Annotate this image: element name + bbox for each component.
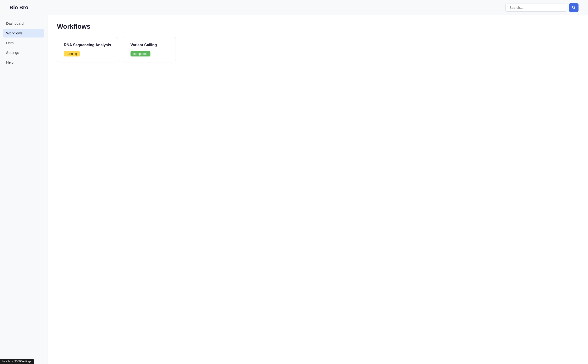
search-icon: [572, 6, 576, 9]
sidebar-item-settings[interactable]: Settings: [3, 48, 44, 57]
sidebar-item-workflows[interactable]: Workflows: [3, 29, 44, 38]
status-badge-rna: running: [64, 51, 80, 57]
workflow-name-variant: Variant Calling: [130, 43, 169, 47]
status-badge-variant: completed: [130, 51, 150, 57]
sidebar-item-dashboard[interactable]: Dashboard: [3, 19, 44, 28]
app-header: Bio Bro: [0, 0, 588, 15]
workflow-name-rna: RNA Sequencing Analysis: [64, 43, 111, 47]
workflow-grid: RNA Sequencing Analysis running Variant …: [57, 37, 579, 62]
svg-line-1: [574, 8, 575, 9]
main-content: Workflows RNA Sequencing Analysis runnin…: [47, 15, 588, 364]
sidebar: Dashboard Workflows Data Settings Help: [0, 15, 47, 364]
app-logo: Bio Bro: [9, 5, 28, 11]
search-button[interactable]: [569, 3, 579, 12]
workflow-card-variant[interactable]: Variant Calling completed: [124, 37, 176, 62]
search-container: [505, 3, 579, 12]
status-bar: localhost:3000/settings: [0, 359, 34, 364]
search-input[interactable]: [505, 4, 567, 12]
sidebar-item-help[interactable]: Help: [3, 58, 44, 67]
app-layout: Dashboard Workflows Data Settings Help W…: [0, 15, 588, 364]
page-title: Workflows: [57, 23, 579, 30]
sidebar-item-data[interactable]: Data: [3, 39, 44, 47]
workflow-card-rna[interactable]: RNA Sequencing Analysis running: [57, 37, 118, 62]
status-bar-url: localhost:3000/settings: [2, 360, 31, 363]
